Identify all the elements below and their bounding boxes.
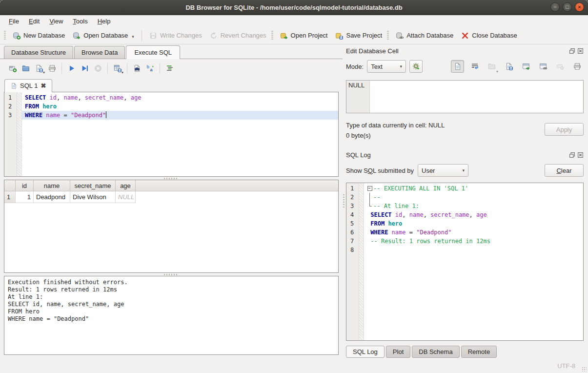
set-null-button[interactable] (553, 60, 567, 73)
corner-header-cell[interactable] (4, 180, 16, 191)
cell-type-info: Type of data currently in cell: NULL (346, 120, 445, 130)
maximize-button[interactable]: □ (563, 2, 572, 12)
tab-execute-sql[interactable]: Execute SQL (126, 45, 180, 59)
minimize-button[interactable]: − (550, 2, 560, 12)
write-changes-button[interactable]: Write Changes (145, 29, 206, 42)
column-header-age[interactable]: age (116, 180, 136, 191)
save-project-button[interactable]: Save Project (331, 29, 386, 42)
open-sql-file-button[interactable] (19, 62, 32, 75)
replace-button[interactable]: ba (143, 62, 157, 75)
tab-remote[interactable]: Remote (461, 346, 497, 358)
main-content: Database Structure Browse Data Execute S… (0, 44, 588, 359)
titlebar[interactable]: DB Browser for SQLite - /home/user/code/… (0, 0, 588, 15)
toolbar-drag-handle[interactable] (4, 31, 6, 41)
menu-file[interactable]: File (4, 16, 24, 26)
edit-cell-dock-titlebar[interactable]: Edit Database Cell (346, 45, 584, 56)
close-tab-icon[interactable]: ✖ (41, 83, 46, 89)
tab-browse-data[interactable]: Browse Data (74, 46, 125, 59)
find-icon (133, 64, 141, 72)
submitted-by-select[interactable]: User ▾ (418, 164, 468, 177)
print-cell-button[interactable] (570, 60, 584, 73)
row-number-cell[interactable]: 1 (4, 191, 16, 203)
cell-secret-name[interactable]: Dive Wilson (70, 191, 116, 203)
chevron-down-icon: ▾ (43, 70, 45, 75)
find-button[interactable] (130, 62, 143, 75)
open-project-icon (280, 32, 288, 40)
encoding-indicator[interactable]: UTF-8 (557, 362, 575, 370)
execute-all-icon (68, 64, 76, 72)
menu-view[interactable]: View (44, 16, 68, 26)
text-mode-button[interactable] (451, 60, 464, 73)
execute-all-button[interactable] (65, 62, 78, 75)
column-header-name[interactable]: name (34, 180, 70, 191)
execute-sql-panel: ▾ ▾ ba SQL 1 (0, 59, 343, 359)
save-results-button[interactable]: ▾ (111, 62, 124, 75)
fold-margin (359, 183, 364, 340)
gear-run-icon (412, 62, 420, 70)
tab-sql-log[interactable]: SQL Log (346, 346, 385, 358)
tab-database-structure[interactable]: Database Structure (4, 46, 73, 59)
import-cell-button[interactable]: ▾ (485, 60, 498, 73)
sql-log-dock-titlebar[interactable]: SQL Log (346, 149, 584, 160)
statusbar: UTF-8 (0, 359, 588, 373)
sql-editor[interactable]: 123 SELECT id, name, secret_name, ageFRO… (4, 92, 339, 177)
execution-message[interactable]: Execution finished without errors. Resul… (4, 276, 339, 355)
column-header-secret-name[interactable]: secret_name (70, 180, 116, 191)
export-cell-button[interactable] (519, 60, 532, 73)
right-pane: Edit Database Cell Mode: Text ▾ (345, 44, 588, 359)
new-database-button[interactable]: New Database (9, 29, 69, 42)
close-icon[interactable] (577, 152, 584, 158)
export-cell-icon (522, 62, 530, 70)
auto-apply-button[interactable] (409, 60, 423, 73)
close-database-button[interactable]: Close Database (457, 29, 521, 42)
left-pane: Database Structure Browse Data Execute S… (0, 44, 343, 359)
print-sql-button[interactable] (45, 62, 59, 75)
clear-log-button[interactable]: Clear (545, 164, 584, 177)
sql-log-view[interactable]: 12345678 -- EXECUTING ALL IN 'SQL 1'----… (346, 183, 584, 341)
resize-grip[interactable] (582, 367, 587, 372)
menu-tools[interactable]: Tools (68, 16, 92, 26)
cell-name[interactable]: Deadpond (34, 191, 70, 203)
execute-line-button[interactable] (78, 62, 91, 75)
sql-code-area[interactable]: SELECT id, name, secret_name, ageFROM he… (22, 92, 338, 176)
close-button[interactable]: × (575, 2, 584, 12)
link-cell-button[interactable] (536, 60, 549, 73)
toolbar-drag-handle[interactable] (387, 31, 389, 41)
mode-select[interactable]: Text ▾ (367, 60, 406, 73)
menu-help[interactable]: Help (93, 16, 116, 26)
results-grid: id name secret_name age 1 1 Deadpond Div… (4, 180, 339, 273)
word-wrap-button[interactable] (468, 60, 481, 73)
undock-icon[interactable] (569, 48, 575, 54)
svg-text:a: a (150, 67, 153, 72)
close-icon[interactable] (577, 48, 584, 54)
save-cell-button[interactable] (502, 60, 515, 73)
open-project-button[interactable]: Open Project (276, 29, 332, 42)
stop-execution-button[interactable] (91, 62, 104, 75)
chevron-down-icon[interactable]: ▾ (132, 34, 134, 39)
toolbar-separator (127, 63, 127, 74)
cell-value-editor[interactable]: NULL (346, 80, 584, 113)
cell-id[interactable]: 1 (16, 191, 34, 203)
open-database-button[interactable]: Open Database ▾ (69, 29, 138, 42)
undock-icon[interactable] (569, 152, 575, 158)
sql-tab-label: SQL 1 (20, 82, 38, 89)
save-sql-file-button[interactable]: ▾ (32, 62, 45, 75)
menu-edit[interactable]: Edit (24, 16, 44, 26)
revert-changes-button[interactable]: Revert Changes (206, 29, 270, 42)
cell-text-area[interactable] (370, 81, 583, 113)
apply-button[interactable]: Apply (545, 123, 584, 136)
attach-database-button[interactable]: Attach Database (392, 29, 457, 42)
table-row: 1 1 Deadpond Dive Wilson NULL (4, 191, 338, 203)
tab-plot[interactable]: Plot (386, 346, 410, 358)
stop-icon (94, 64, 102, 72)
cell-age[interactable]: NULL (116, 191, 136, 203)
sql-log-filter-row: Show SQL submitted by User ▾ Clear (346, 162, 584, 179)
log-code-area[interactable]: -- EXECUTING ALL IN 'SQL 1'---- At line … (364, 183, 583, 340)
tab-db-schema[interactable]: DB Schema (412, 346, 459, 358)
sql-1-tab[interactable]: SQL 1 ✖ (4, 79, 52, 92)
toolbar-drag-handle[interactable] (271, 31, 273, 41)
new-sql-tab-button[interactable] (6, 62, 19, 75)
line-number-gutter: 123 (4, 92, 17, 176)
column-header-id[interactable]: id (16, 180, 34, 191)
format-sql-button[interactable] (163, 62, 176, 75)
